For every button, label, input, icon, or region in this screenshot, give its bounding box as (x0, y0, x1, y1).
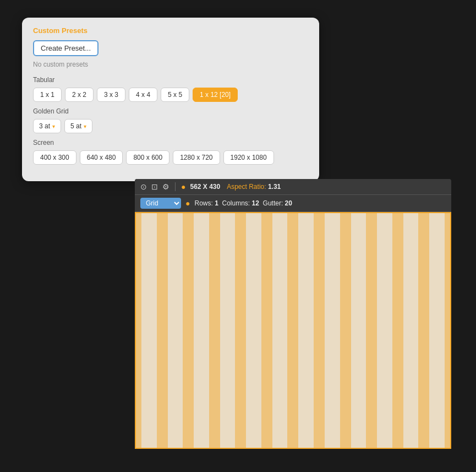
grid-col-2 (168, 213, 183, 448)
screen-640x480[interactable]: 640 x 480 (80, 150, 123, 165)
canvas-size: 562 X 430 (190, 183, 220, 191)
grid-columns (136, 213, 450, 448)
gutter-11 (418, 213, 429, 448)
grid-col-11 (403, 213, 419, 448)
settings-icon[interactable]: ⚙ (162, 182, 169, 191)
screen-800x600[interactable]: 800 x 600 (126, 150, 169, 165)
gutter-9 (366, 213, 377, 448)
gutter-2 (183, 213, 194, 448)
grid-col-3 (194, 213, 209, 448)
screen-section-label: Screen (33, 139, 308, 147)
columns-value: 12 (252, 199, 259, 207)
golden-grid-presets-row: 3 at ▾ 5 at ▾ (33, 119, 308, 133)
golden-3at-button[interactable]: 3 at ▾ (33, 119, 61, 133)
grid-col-7 (298, 213, 314, 448)
grid-col-9 (351, 213, 366, 448)
tabular-presets-row: 1 x 1 2 x 2 3 x 3 4 x 4 5 x 5 1 x 12 [20… (33, 88, 308, 102)
preset-btn-1x1[interactable]: 1 x 1 (33, 88, 62, 102)
panel-title: Custom Presets (33, 26, 308, 35)
grid-col-8 (325, 213, 340, 448)
gutter-8 (340, 213, 351, 448)
preset-btn-1x12[interactable]: 1 x 12 [20] (193, 88, 238, 102)
right-margin (445, 213, 450, 448)
preset-btn-5x5[interactable]: 5 x 5 (161, 88, 189, 102)
grid-panel: ⊙ ⊡ ⚙ ● 562 X 430 Aspect Ratio: 1.31 Gri… (135, 179, 451, 449)
grid-col-12 (429, 213, 445, 448)
create-preset-button[interactable]: Create Preset... (33, 40, 99, 56)
golden-5at-label: 5 at (70, 122, 81, 130)
rows-value: 1 (215, 199, 218, 207)
gutter-3 (209, 213, 220, 448)
gutter-5 (261, 213, 272, 448)
grid-col-4 (220, 213, 236, 448)
gutter-4 (235, 213, 246, 448)
gutter-1 (157, 213, 168, 448)
grid-canvas (135, 212, 451, 449)
preset-btn-4x4[interactable]: 4 x 4 (129, 88, 157, 102)
preset-btn-2x2[interactable]: 2 x 2 (65, 88, 94, 102)
screen-1920x1080[interactable]: 1920 x 1080 (223, 150, 274, 165)
gutter-10 (392, 213, 403, 448)
no-presets-label: No custom presets (33, 61, 308, 68)
camera-icon[interactable]: ⊙ (140, 182, 147, 191)
golden-5at-button[interactable]: 5 at ▾ (64, 119, 92, 133)
grid-rows-label: Rows: 1 Columns: 12 Gutter: 20 (194, 199, 292, 207)
aspect-label: Aspect Ratio: 1.31 (227, 183, 281, 191)
golden-3at-arrow-icon: ▾ (52, 123, 55, 129)
aspect-value: 1.31 (268, 183, 281, 191)
preset-panel: Custom Presets Create Preset... No custo… (22, 18, 319, 181)
size-dot: ● (181, 182, 185, 191)
gutter-6 (287, 213, 298, 448)
golden-3at-label: 3 at (39, 122, 50, 130)
screen-presets-row: 400 x 300 640 x 480 800 x 600 1280 x 720… (33, 150, 308, 165)
grid-dot: ● (185, 199, 190, 208)
grid-col-1 (141, 213, 157, 448)
grid-col-6 (272, 213, 288, 448)
gutter-value: 20 (285, 199, 292, 207)
left-margin (136, 213, 141, 448)
preset-btn-3x3[interactable]: 3 x 3 (97, 88, 125, 102)
grid-info-row: Grid Column Row ● Rows: 1 Columns: 12 Gu… (135, 195, 451, 212)
tabular-section-label: Tabular (33, 76, 308, 84)
grid-col-10 (377, 213, 392, 448)
golden-grid-section-label: Golden Grid (33, 107, 308, 115)
video-icon[interactable]: ⊡ (151, 182, 158, 191)
toolbar-separator (175, 182, 176, 191)
gutter-7 (314, 213, 325, 448)
grid-type-select[interactable]: Grid Column Row (140, 198, 181, 209)
screen-400x300[interactable]: 400 x 300 (33, 150, 76, 165)
grid-toolbar: ⊙ ⊡ ⚙ ● 562 X 430 Aspect Ratio: 1.31 (135, 179, 451, 195)
grid-col-5 (246, 213, 261, 448)
screen-1280x720[interactable]: 1280 x 720 (173, 150, 220, 165)
golden-5at-arrow-icon: ▾ (84, 123, 86, 129)
